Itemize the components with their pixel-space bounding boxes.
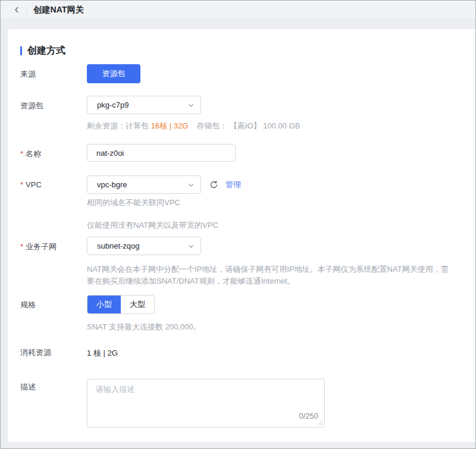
top-bar: 创建NAT网关 [1,1,475,20]
required-mark: * [20,180,23,189]
title-divider [27,6,27,14]
vpc-hint-2: 仅能使用没有NAT网关以及带宽的VPC [87,220,461,231]
refresh-button[interactable] [209,180,218,189]
refresh-icon [209,180,218,189]
chevron-left-icon [13,6,21,14]
vpc-select[interactable]: vpc-bgre [87,175,201,194]
subnet-label: *业务子网 [20,237,87,287]
subnet-note: NAT网关会在本子网中分配一个IP地址，请确保子网有可用IP地址。本子网仅为系统… [87,263,451,287]
name-label: *名称 [20,144,87,162]
required-mark: * [20,242,23,251]
remaining-highlight: 16核 | 32G [151,121,189,130]
spec-label: 规格 [20,295,87,332]
chevron-down-icon [187,102,195,109]
package-select[interactable]: pkg-c7p9 [87,96,201,114]
spec-hint: SNAT 支持最大连接数 200,000。 [87,322,461,332]
char-counter: 0/250 [299,412,318,420]
chevron-down-icon [187,181,195,189]
consumed-row: 消耗资源 1 核 | 2G [20,347,461,359]
manage-link[interactable]: 管理 [226,180,241,190]
resize-handle-icon[interactable] [317,420,323,426]
spec-option-small[interactable]: 小型 [87,296,121,313]
vpc-hint-1: 相同的域名不能关联同VPC [87,197,461,208]
spec-segmented-control: 小型 大型 [87,295,155,314]
source-label: 来源 [20,64,87,83]
content-card: 创建方式 来源 资源包 资源包 pkg-c7p9 剩余资源：计算包 16核 | … [8,29,475,442]
spec-option-large[interactable]: 大型 [121,296,154,313]
vpc-label: *VPC [20,175,87,208]
name-input[interactable] [87,144,236,162]
package-remaining-hint: 剩余资源：计算包 16核 | 32G存储包： 【高IO】 100.00 GB [87,121,461,131]
remaining-prefix: 剩余资源：计算包 [87,121,151,130]
chevron-down-icon [187,243,195,250]
subnet-select[interactable]: subnet-zqog [87,237,201,255]
back-button[interactable] [13,6,21,14]
section-accent-bar [20,46,22,55]
package-row: 资源包 pkg-c7p9 剩余资源：计算包 16核 | 32G存储包： 【高IO… [20,96,461,131]
required-mark: * [20,149,23,158]
name-row: *名称 [20,144,461,162]
window: 创建NAT网关 创建方式 来源 资源包 资源包 pkg-c7p9 剩余资源：计算… [0,0,476,449]
section-header: 创建方式 [20,45,461,57]
consumed-value: 1 核 | 2G [87,348,118,357]
consumed-label: 消耗资源 [20,347,87,359]
page-title: 创建NAT网关 [33,5,84,15]
source-row: 来源 资源包 [20,64,461,83]
package-select-value: pkg-c7p9 [97,101,129,109]
resource-package-button[interactable]: 资源包 [87,64,140,83]
description-row: 描述 0/250 [20,379,461,428]
section-title: 创建方式 [27,45,65,57]
package-label: 资源包 [20,96,87,131]
subnet-select-value: subnet-zqog [97,241,140,250]
vpc-row: *VPC vpc-bgre 管理 相同的域名不能关联同VPC [20,175,461,208]
description-textarea[interactable] [87,379,325,428]
vpc-select-value: vpc-bgre [97,180,127,189]
remaining-suffix: 存储包： 【高IO】 100.00 GB [196,121,300,130]
description-label: 描述 [20,379,87,428]
spec-row: 规格 小型 大型 SNAT 支持最大连接数 200,000。 [20,295,461,332]
subnet-row: *业务子网 subnet-zqog NAT网关会在本子网中分配一个IP地址，请确… [20,237,461,287]
